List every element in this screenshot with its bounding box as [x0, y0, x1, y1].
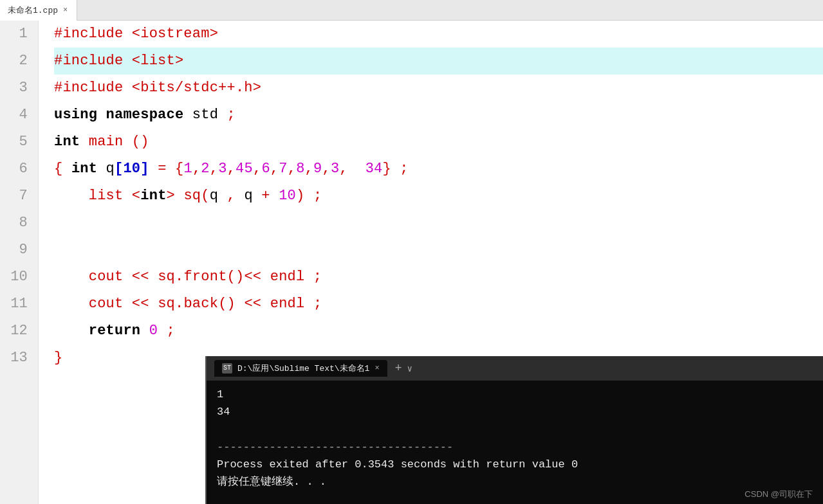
code-line-9 [54, 237, 823, 264]
terminal-process-line: Process exited after 0.3543 seconds with… [217, 456, 813, 473]
code-line-7: list <int> sq(q , q + 10) ; [54, 183, 823, 210]
line-num-2: 2 [0, 48, 28, 75]
terminal-titlebar: ST D:\应用\Sublime Text\未命名1 × + ∨ [207, 356, 823, 381]
terminal-tab-icon: ST [222, 363, 232, 374]
terminal-chevron-icon[interactable]: ∨ [407, 363, 412, 374]
terminal-add-icon[interactable]: + [395, 362, 402, 375]
terminal-tab[interactable]: ST D:\应用\Sublime Text\未命名1 × [214, 360, 387, 377]
terminal-body: 1 34 -----------------------------------… [207, 381, 823, 504]
code-line-5: int main () [54, 129, 823, 156]
terminal-tab-label: D:\应用\Sublime Text\未命名1 [237, 363, 369, 374]
file-tab[interactable]: 未命名1.cpp × [0, 0, 77, 21]
line-num-12: 12 [0, 318, 28, 345]
line-num-3: 3 [0, 75, 28, 102]
terminal-line-3 [217, 420, 813, 438]
terminal-prompt-line: 请按任意键继续. . . [217, 473, 813, 491]
line-numbers: 1 2 3 4 5 6 7 8 9 10 11 12 13 [0, 21, 39, 504]
tab-close-icon[interactable]: × [63, 6, 68, 14]
line-num-4: 4 [0, 102, 28, 129]
code-line-4: using namespace std ; [54, 102, 823, 129]
tab-bar: 未命名1.cpp × [0, 0, 823, 21]
line-num-6: 6 [0, 156, 28, 183]
line-num-13: 13 [0, 345, 28, 372]
code-line-6: { int q[10] = {1,2,3,45,6,7,8,9,3, 34} ; [54, 156, 823, 183]
line-num-5: 5 [0, 129, 28, 156]
terminal-line-2: 34 [217, 403, 813, 420]
code-line-12: return 0 ; [54, 318, 823, 345]
code-line-2: #include <list> [54, 48, 823, 75]
line-num-9: 9 [0, 237, 28, 264]
code-line-8 [54, 210, 823, 237]
terminal-divider: ------------------------------------ [217, 438, 813, 456]
tab-title: 未命名1.cpp [8, 4, 58, 16]
line-num-8: 8 [0, 210, 28, 237]
terminal-panel: ST D:\应用\Sublime Text\未命名1 × + ∨ 1 34 --… [205, 356, 823, 504]
code-line-3: #include <bits/stdc++.h> [54, 75, 823, 102]
csdn-watermark: CSDN @司职在下 [744, 489, 813, 500]
code-line-11: cout << sq.back() << endl ; [54, 291, 823, 318]
line-num-10: 10 [0, 264, 28, 291]
line-num-11: 11 [0, 291, 28, 318]
code-line-10: cout << sq.front()<< endl ; [54, 264, 823, 291]
editor-area: 1 2 3 4 5 6 7 8 9 10 11 12 13 #include <… [0, 21, 823, 504]
terminal-tab-close-icon[interactable]: × [375, 364, 379, 373]
line-num-1: 1 [0, 21, 28, 48]
line-num-7: 7 [0, 183, 28, 210]
terminal-line-1: 1 [217, 386, 813, 403]
code-line-1: #include <iostream> [54, 21, 823, 48]
